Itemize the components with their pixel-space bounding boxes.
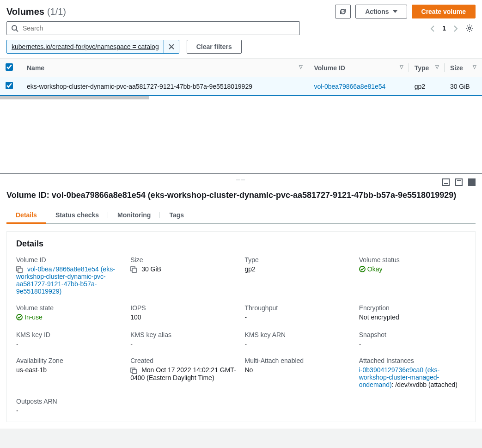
table-row[interactable]: eks-workshop-cluster-dynamic-pvc-aa58172… bbox=[0, 77, 482, 96]
label-volume-status: Volume status bbox=[359, 256, 466, 264]
refresh-icon bbox=[339, 8, 347, 15]
copy-icon bbox=[130, 266, 137, 273]
panel-maximize-button[interactable] bbox=[468, 178, 476, 186]
label-multi-attach: Multi-Attach enabled bbox=[245, 357, 352, 364]
value-encryption: Not encrypted bbox=[359, 313, 466, 321]
panel-restore-button[interactable] bbox=[455, 178, 463, 186]
svg-line-1 bbox=[16, 30, 18, 32]
filter-remove-button[interactable] bbox=[164, 40, 179, 53]
label-throughput: Throughput bbox=[245, 304, 352, 312]
svg-point-0 bbox=[12, 26, 17, 31]
label-volume-state: Volume state bbox=[16, 304, 123, 312]
label-kms-key-arn: KMS key ARN bbox=[245, 331, 352, 338]
tab-status-checks[interactable]: Status checks bbox=[46, 207, 108, 223]
cell-type: gp2 bbox=[409, 77, 445, 96]
value-iops: 100 bbox=[130, 313, 237, 321]
label-iops: IOPS bbox=[130, 304, 237, 312]
cell-volume-id-link[interactable]: vol-0bea79866a8e81e54 bbox=[314, 83, 385, 90]
label-snapshot: Snapshot bbox=[359, 331, 466, 338]
filter-tag-text[interactable]: kubernetes.io/created-for/pvc/namespace … bbox=[7, 40, 164, 53]
copy-volume-id-button[interactable] bbox=[16, 265, 23, 273]
cell-name: eks-workshop-cluster-dynamic-pvc-aa58172… bbox=[21, 77, 308, 96]
label-attached-instances: Attached Instances bbox=[359, 357, 466, 364]
value-snapshot: - bbox=[359, 340, 466, 348]
label-outposts-arn: Outposts ARN bbox=[16, 398, 123, 405]
tab-monitoring[interactable]: Monitoring bbox=[108, 207, 160, 223]
col-name[interactable]: Name▽ bbox=[21, 59, 308, 77]
copy-icon bbox=[130, 368, 137, 374]
page-title: Volumes bbox=[6, 6, 44, 17]
cell-size: 30 GiB bbox=[445, 77, 482, 96]
svg-rect-6 bbox=[132, 268, 136, 272]
panel-minimize-button[interactable] bbox=[442, 178, 450, 186]
next-page-button[interactable] bbox=[453, 25, 458, 32]
label-encryption: Encryption bbox=[359, 304, 466, 312]
caret-down-icon bbox=[393, 10, 397, 13]
panel-title: Volume ID: vol-0bea79866a8e81e54 (eks-wo… bbox=[6, 190, 476, 200]
col-volume-id[interactable]: Volume ID▽ bbox=[308, 59, 409, 77]
label-type: Type bbox=[245, 256, 352, 264]
panel-tabs: Details Status checks Monitoring Tags bbox=[6, 207, 476, 224]
volumes-table: Name▽ Volume ID▽ Type▽ Size▽ eks-worksho… bbox=[0, 59, 482, 96]
actions-button[interactable]: Actions bbox=[355, 5, 407, 18]
prev-page-button[interactable] bbox=[430, 25, 435, 32]
status-badge: Okay bbox=[359, 265, 383, 273]
col-size[interactable]: Size▽ bbox=[445, 59, 482, 77]
value-outposts-arn: - bbox=[16, 407, 123, 414]
status-badge: In-use bbox=[16, 313, 43, 321]
value-kms-key-alias: - bbox=[130, 340, 237, 348]
label-volume-id: Volume ID bbox=[16, 256, 123, 264]
filter-tag: kubernetes.io/created-for/pvc/namespace … bbox=[6, 40, 179, 54]
copy-icon bbox=[16, 266, 23, 273]
split-divider[interactable]: ══ bbox=[0, 173, 482, 174]
svg-rect-9 bbox=[132, 369, 136, 374]
tab-tags[interactable]: Tags bbox=[160, 207, 193, 223]
value-kms-key-arn: - bbox=[245, 340, 352, 348]
value-kms-key-id: - bbox=[16, 340, 123, 348]
value-attached-suffix: : /dev/xvdbb (attached) bbox=[392, 381, 458, 388]
label-kms-key-id: KMS key ID bbox=[16, 331, 123, 338]
search-input[interactable] bbox=[6, 21, 300, 35]
create-volume-button[interactable]: Create volume bbox=[412, 5, 476, 18]
drag-handle-icon: ══ bbox=[236, 176, 246, 183]
svg-rect-5 bbox=[18, 268, 22, 272]
label-size: Size bbox=[130, 256, 237, 264]
value-volume-id-link[interactable]: vol-0bea79866a8e81e54 (eks-workshop-clus… bbox=[16, 265, 115, 295]
selection-count: (1/1) bbox=[47, 6, 66, 17]
copy-size-button[interactable] bbox=[130, 265, 137, 273]
copy-created-button[interactable] bbox=[130, 366, 137, 374]
value-size: 30 GiB bbox=[141, 265, 161, 273]
value-throughput: - bbox=[245, 313, 352, 321]
value-availability-zone: us-east-1b bbox=[16, 366, 123, 374]
label-created: Created bbox=[130, 357, 237, 364]
clear-filters-button[interactable]: Clear filters bbox=[187, 40, 242, 54]
svg-point-2 bbox=[469, 27, 471, 30]
details-heading: Details bbox=[16, 239, 466, 249]
page-number: 1 bbox=[442, 25, 446, 32]
close-icon bbox=[169, 44, 174, 49]
select-all-checkbox[interactable] bbox=[6, 63, 13, 71]
value-multi-attach: No bbox=[245, 366, 352, 374]
refresh-button[interactable] bbox=[335, 5, 351, 18]
search-icon bbox=[11, 24, 18, 32]
actions-label: Actions bbox=[365, 8, 389, 15]
horizontal-scrollbar[interactable] bbox=[0, 96, 482, 99]
row-checkbox[interactable] bbox=[6, 82, 13, 89]
gear-icon bbox=[465, 24, 474, 32]
check-circle-icon bbox=[16, 314, 23, 320]
value-created: Mon Oct 17 2022 14:02:21 GMT-0400 (Easte… bbox=[130, 366, 236, 381]
value-type: gp2 bbox=[245, 265, 352, 273]
col-type[interactable]: Type▽ bbox=[409, 59, 445, 77]
tab-details[interactable]: Details bbox=[6, 207, 46, 223]
label-availability-zone: Availability Zone bbox=[16, 357, 123, 364]
label-kms-key-alias: KMS key alias bbox=[130, 331, 237, 338]
check-circle-icon bbox=[359, 266, 366, 272]
settings-button[interactable] bbox=[465, 24, 474, 32]
